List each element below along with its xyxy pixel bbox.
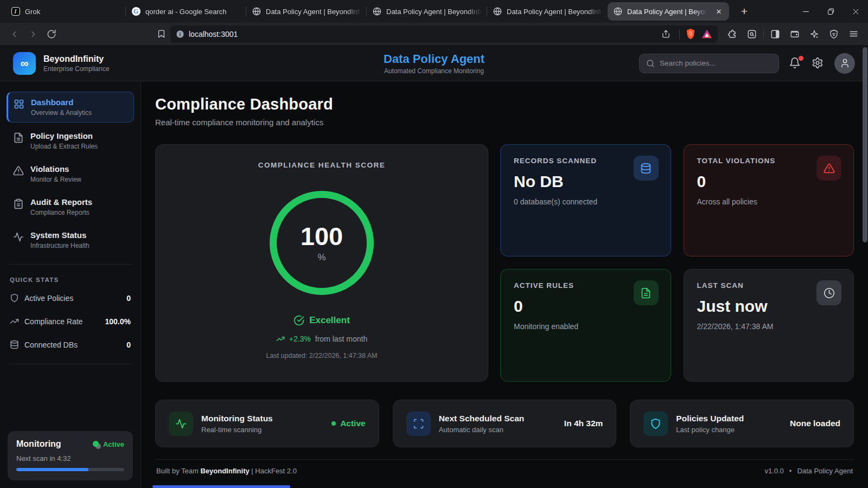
- url-text[interactable]: localhost:3001: [189, 30, 653, 38]
- notifications-bell-icon[interactable]: [789, 57, 802, 70]
- clipboard-icon: [13, 198, 24, 209]
- window-restore-button[interactable]: [818, 0, 843, 23]
- nav-sublabel: Overview & Analytics: [31, 109, 92, 117]
- alert-triangle-icon: [13, 165, 24, 176]
- scan-progress-bar: [16, 468, 124, 471]
- page-title: Compliance Dashboard: [155, 95, 854, 113]
- health-delta-note: from last month: [315, 335, 367, 343]
- footer-credit: Built by Team BeyondInfinity | HackFest …: [156, 467, 297, 475]
- activity-icon: [169, 412, 193, 436]
- forward-icon[interactable]: [25, 26, 41, 42]
- user-avatar[interactable]: [834, 53, 855, 74]
- tab-data-policy-agent-2[interactable]: Data Policy Agent | BeyondInfini: [367, 0, 487, 23]
- health-updated: Last updated: 2/22/2026, 1:47:38 AM: [156, 352, 488, 359]
- nav-label: System Status: [30, 230, 86, 240]
- health-score-label: COMPLIANCE HEALTH SCORE: [156, 161, 488, 169]
- status-dot-icon: [93, 441, 100, 448]
- activity-icon: [13, 232, 24, 242]
- window-close-button[interactable]: [843, 0, 868, 23]
- stat-active-policies: Active Policies 0: [10, 286, 131, 310]
- bat-rewards-icon[interactable]: [701, 29, 712, 39]
- nav-sublabel: Infrastructure Health: [30, 242, 90, 249]
- sidebar-item-system-status[interactable]: System Status Infrastructure Health: [7, 225, 134, 255]
- divider: [9, 264, 132, 265]
- shield-icon: [10, 293, 19, 303]
- policy-search[interactable]: [639, 54, 779, 73]
- footer-app-name: Data Policy Agent: [797, 467, 853, 475]
- trending-up-icon: [276, 335, 285, 343]
- sidebar-panel-icon[interactable]: [767, 26, 783, 42]
- footer-version: v1.0.0: [764, 467, 783, 475]
- search-input[interactable]: [660, 59, 772, 67]
- menu-icon[interactable]: [845, 26, 861, 42]
- notification-badge: [799, 56, 803, 61]
- globe-favicon-icon: [613, 7, 622, 16]
- app-header: ∞ BeyondInfinity Enterprise Compliance D…: [0, 46, 868, 81]
- sidebar-item-violations[interactable]: Violations Monitor & Review: [7, 159, 134, 189]
- share-icon[interactable]: [658, 26, 674, 42]
- nav-sublabel: Monitor & Review: [30, 176, 81, 183]
- status-card-sub: Real-time scanning: [201, 426, 273, 434]
- quick-stats-heading: QUICK STATS: [10, 277, 141, 283]
- leo-ai-sparkle-icon[interactable]: [806, 26, 822, 42]
- horizontal-scrollbar-thumb[interactable]: [152, 485, 290, 488]
- sidebar: Dashboard Overview & Analytics Policy In…: [0, 81, 141, 488]
- stat-value: 0: [126, 341, 131, 349]
- active-dot-icon: [331, 421, 336, 426]
- extensions-icon[interactable]: [724, 26, 741, 42]
- window-minimize-button[interactable]: [793, 0, 818, 23]
- monitoring-card: Monitoring Active Next scan in 4:32: [8, 431, 133, 480]
- back-icon[interactable]: [7, 26, 23, 42]
- stat-value: 0: [126, 294, 131, 303]
- status-card-sub: Automatic daily scan: [439, 426, 525, 434]
- search-icon: [646, 59, 655, 68]
- compliance-health-card: COMPLIANCE HEALTH SCORE 100 % Excellent: [155, 144, 488, 382]
- brand-logo: ∞: [13, 52, 36, 75]
- nav-label: Dashboard: [31, 98, 73, 107]
- globe-favicon-icon: [372, 7, 381, 16]
- page-viewport: ∞ BeyondInfinity Enterprise Compliance D…: [0, 46, 868, 488]
- settings-gear-icon[interactable]: [812, 57, 825, 70]
- sidebar-item-dashboard[interactable]: Dashboard Overview & Analytics: [7, 92, 134, 123]
- new-tab-button[interactable]: +: [737, 4, 752, 19]
- tab-close-icon[interactable]: ✕: [714, 7, 724, 16]
- sidebar-item-audit-reports[interactable]: Audit & Reports Compliance Reports: [7, 192, 134, 222]
- browser-tab-bar: / Grok G qorder ai - Google Search Data …: [0, 0, 868, 23]
- tab-title: Grok: [25, 8, 120, 16]
- monitoring-title: Monitoring: [16, 439, 61, 449]
- stat-value: 100.0%: [105, 317, 131, 326]
- alert-triangle-icon: [816, 156, 841, 181]
- tab-google-search[interactable]: G qorder ai - Google Search: [126, 0, 246, 23]
- tab-data-policy-agent-active[interactable]: Data Policy Agent | BeyondI ✕: [608, 2, 729, 21]
- tab-grok[interactable]: / Grok: [5, 0, 126, 23]
- vertical-scrollbar-thumb[interactable]: [863, 47, 867, 242]
- vpn-shield-icon[interactable]: [826, 26, 842, 42]
- health-status-text: Excellent: [309, 315, 350, 326]
- tab-title: Data Policy Agent | BeyondInfini: [266, 8, 361, 16]
- footer-dot: •: [789, 467, 792, 475]
- bookmark-icon[interactable]: [153, 26, 169, 42]
- nav-label: Audit & Reports: [30, 197, 92, 207]
- divider: [9, 364, 132, 364]
- sidebar-item-policy-ingestion[interactable]: Policy Ingestion Upload & Extract Rules: [7, 126, 134, 156]
- status-card-title: Monitoring Status: [201, 414, 273, 423]
- wallet-icon[interactable]: [787, 26, 803, 42]
- brave-shield-icon[interactable]: [685, 28, 696, 40]
- tab-title: Data Policy Agent | BeyondInfini: [386, 8, 482, 16]
- tab-data-policy-agent-3[interactable]: Data Policy Agent | BeyondInfini: [487, 0, 608, 23]
- tab-title: qorder ai - Google Search: [145, 8, 241, 16]
- nav-label: Violations: [30, 164, 69, 174]
- health-score-unit: %: [317, 252, 326, 263]
- file-text-icon: [634, 280, 659, 305]
- reload-icon[interactable]: [43, 26, 60, 42]
- shield-icon: [643, 412, 668, 436]
- url-bar[interactable]: localhost:3001: [170, 25, 718, 43]
- site-info-icon[interactable]: [176, 30, 184, 38]
- status-card-title: Next Scheduled Scan: [439, 414, 525, 423]
- brand-tagline: Enterprise Compliance: [43, 65, 109, 73]
- scan-frame-icon: [406, 412, 431, 436]
- status-card-title: Policies Updated: [676, 414, 744, 423]
- scan-progress-fill: [16, 468, 88, 471]
- tab-data-policy-agent-1[interactable]: Data Policy Agent | BeyondInfini: [246, 0, 367, 23]
- search-tabs-icon[interactable]: [744, 26, 760, 42]
